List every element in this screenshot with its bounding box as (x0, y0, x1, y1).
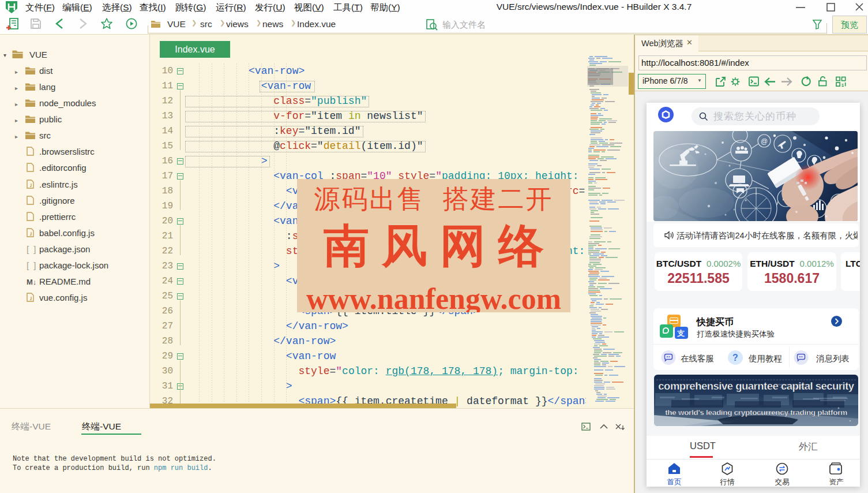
svg-text:comprehensive guarntee capital: comprehensive guarntee capital security (658, 380, 855, 392)
svg-text:@: @ (761, 137, 768, 145)
svg-text:the world's leading cryptocurr: the world's leading cryptocurrency tradi… (665, 408, 847, 417)
